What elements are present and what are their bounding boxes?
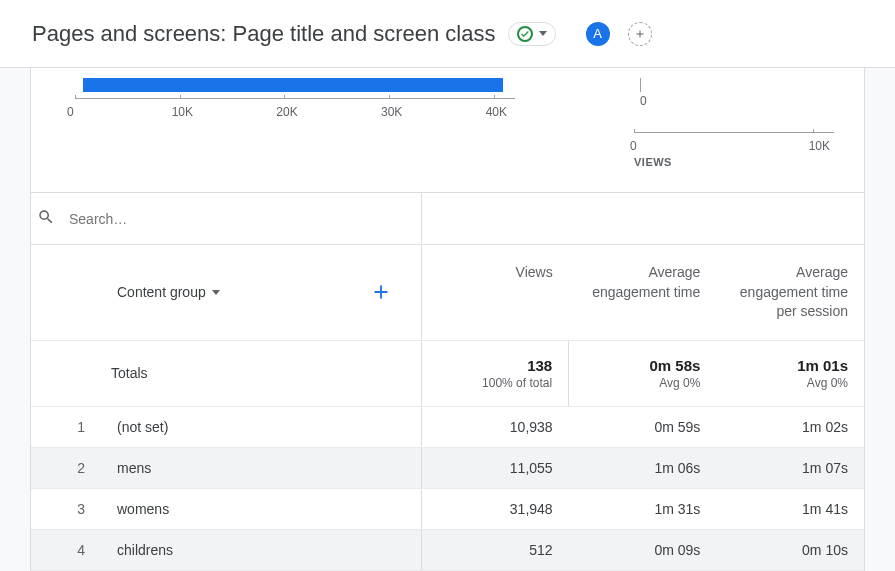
column-header[interactable]: Average engagement time per session [716, 245, 864, 340]
row-dimension: mens [101, 447, 421, 488]
axis-tick: 0 [67, 105, 74, 119]
axis-tick: 10K [809, 139, 830, 153]
table-header-row: Content group Views Average engagement t… [31, 245, 864, 340]
chart-bar [83, 78, 503, 92]
column-header[interactable]: Views [421, 245, 569, 340]
row-metric: 0m 09s [569, 529, 717, 570]
table-row[interactable]: 1 (not set) 10,938 0m 59s 1m 02s [31, 406, 864, 447]
row-metric: 0m 10s [716, 529, 864, 570]
chevron-down-icon [212, 290, 220, 295]
row-rank: 2 [31, 447, 101, 488]
status-chip[interactable] [508, 22, 556, 46]
row-metric: 31,948 [421, 488, 569, 529]
column-header[interactable]: Average engagement time [569, 245, 717, 340]
row-dimension: womens [101, 488, 421, 529]
data-table: Content group Views Average engagement t… [31, 245, 864, 571]
metric-cell: 1m 01sAvg 0% [716, 340, 864, 406]
row-metric: 1m 07s [716, 447, 864, 488]
dimension-label: Content group [117, 283, 206, 303]
check-icon [517, 26, 533, 42]
row-metric: 1m 02s [716, 406, 864, 447]
page-title: Pages and screens: Page title and screen… [32, 21, 496, 47]
row-metric: 0m 59s [569, 406, 717, 447]
row-dimension: (not set) [101, 406, 421, 447]
table-row[interactable]: 2 mens 11,055 1m 06s 1m 07s [31, 447, 864, 488]
row-metric: 11,055 [421, 447, 569, 488]
row-metric: 512 [421, 529, 569, 570]
axis-tick: 40K [486, 105, 507, 119]
charts-area: 0 10K 20K 30K 40K 0 0 10K VIEWS [31, 68, 864, 192]
axis-tick: 10K [172, 105, 193, 119]
metric-cell: 138100% of total [421, 340, 569, 406]
add-dimension-button[interactable] [369, 280, 393, 304]
chart-x-axis: 0 10K 20K 30K 40K [75, 98, 515, 118]
row-metric: 10,938 [421, 406, 569, 447]
divider [421, 193, 422, 244]
row-metric: 1m 06s [569, 447, 717, 488]
row-rank: 1 [31, 406, 101, 447]
row-metric: 1m 41s [716, 488, 864, 529]
chevron-down-icon [539, 31, 547, 36]
search-row [31, 193, 864, 245]
search-input[interactable] [69, 211, 864, 227]
axis-label: VIEWS [634, 152, 834, 168]
row-dimension: childrens [101, 529, 421, 570]
row-rank: 3 [31, 488, 101, 529]
table-row[interactable]: 4 childrens 512 0m 09s 0m 10s [31, 529, 864, 570]
axis-tick: 30K [381, 105, 402, 119]
totals-label: Totals [31, 340, 421, 406]
bar-chart-horizontal: 0 10K 20K 30K 40K [61, 68, 634, 168]
row-rank: 4 [31, 529, 101, 570]
report-card: 0 10K 20K 30K 40K 0 0 10K VIEWS [30, 68, 865, 571]
metric-cell: 0m 58sAvg 0% [569, 340, 717, 406]
search-icon [37, 208, 55, 230]
page-header: Pages and screens: Page title and screen… [0, 0, 895, 68]
add-comparison-button[interactable] [628, 22, 652, 46]
chart-x-axis: 0 10K [634, 132, 834, 152]
bar-chart-secondary: 0 0 10K VIEWS [634, 68, 834, 168]
axis-tick: 0 [630, 139, 637, 153]
axis-tick: 0 [634, 94, 834, 108]
axis-tick: 20K [276, 105, 297, 119]
table-row[interactable]: 3 womens 31,948 1m 31s 1m 41s [31, 488, 864, 529]
avatar[interactable]: A [586, 22, 610, 46]
totals-row: Totals 138100% of total 0m 58sAvg 0% 1m … [31, 340, 864, 406]
row-metric: 1m 31s [569, 488, 717, 529]
dimension-selector[interactable]: Content group [117, 283, 405, 303]
